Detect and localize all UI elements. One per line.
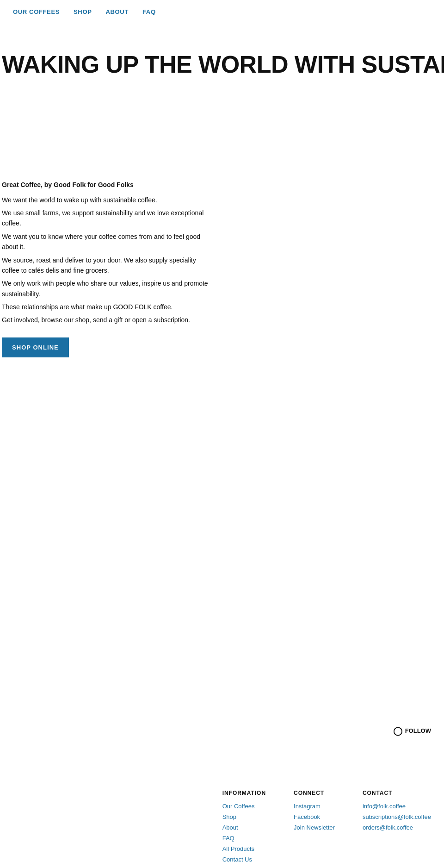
footer-link-join-newsletter[interactable]: Join Newsletter <box>294 824 335 831</box>
shop-online-button[interactable]: SHOP ONLINE <box>2 337 69 357</box>
nav-faq[interactable]: FAQ <box>142 8 156 15</box>
footer-link-instagram[interactable]: Instagram <box>294 803 335 810</box>
nav-shop[interactable]: SHOP <box>74 8 92 15</box>
intro-tagline: Great Coffee, by Good Folk for Good Folk… <box>2 180 209 190</box>
footer-link-about[interactable]: About <box>222 824 266 831</box>
footer-contact-heading: CONTACT <box>363 790 431 796</box>
hero-image <box>0 78 444 152</box>
intro-line-6: These relationships are what make up GOO… <box>2 302 209 312</box>
nav-about[interactable]: ABOUT <box>106 8 129 15</box>
footer-link-shop[interactable]: Shop <box>222 813 266 820</box>
intro-line-2: We use small farms, we support sustainab… <box>2 208 209 229</box>
instagram-follow-label[interactable]: FOLLOW <box>405 727 431 734</box>
footer-connect-heading: CONNECT <box>294 790 335 796</box>
footer-link-facebook[interactable]: Facebook <box>294 813 335 820</box>
footer-email-subscriptions[interactable]: subscriptions@folk.coffee <box>363 813 431 820</box>
footer-col-information: INFORMATION Our Coffees Shop About FAQ A… <box>222 790 266 867</box>
intro-line-7: Get involved, browse our shop, send a gi… <box>2 315 209 325</box>
intro-line-5: We only work with people who share our v… <box>2 278 209 299</box>
product-content-area <box>0 376 444 718</box>
site-footer: INFORMATION Our Coffees Shop About FAQ A… <box>0 771 444 868</box>
footer-col-contact: CONTACT info@folk.coffee subscriptions@f… <box>363 790 431 867</box>
footer-link-our-coffees[interactable]: Our Coffees <box>222 803 266 810</box>
footer-information-heading: INFORMATION <box>222 790 266 796</box>
footer-columns: INFORMATION Our Coffees Shop About FAQ A… <box>13 790 431 868</box>
intro-section: Great Coffee, by Good Folk for Good Folk… <box>0 166 222 376</box>
hero-headline: WAKING UP THE WORLD WITH SUSTAINABLE COF… <box>0 51 444 78</box>
footer-pre-spacer <box>0 743 444 771</box>
main-nav: OUR COFFEES SHOP ABOUT FAQ <box>0 0 444 24</box>
footer-email-info[interactable]: info@folk.coffee <box>363 803 431 810</box>
footer-col-connect: CONNECT Instagram Facebook Join Newslett… <box>294 790 335 867</box>
nav-our-coffees[interactable]: OUR COFFEES <box>13 8 60 15</box>
hero-section: WAKING UP THE WORLD WITH SUSTAINABLE COF… <box>0 24 444 166</box>
intro-line-4: We source, roast and deliver to your doo… <box>2 255 209 276</box>
instagram-icon: ◯ <box>393 726 402 736</box>
footer-link-contact-us[interactable]: Contact Us <box>222 856 266 863</box>
footer-link-faq[interactable]: FAQ <box>222 835 266 842</box>
intro-line-1: We want the world to wake up with sustai… <box>2 195 209 205</box>
footer-link-all-products[interactable]: All Products <box>222 845 266 852</box>
instagram-row: ◯ FOLLOW <box>0 718 444 743</box>
footer-email-orders[interactable]: orders@folk.coffee <box>363 824 431 831</box>
intro-line-3: We want you to know where your coffee co… <box>2 231 209 252</box>
